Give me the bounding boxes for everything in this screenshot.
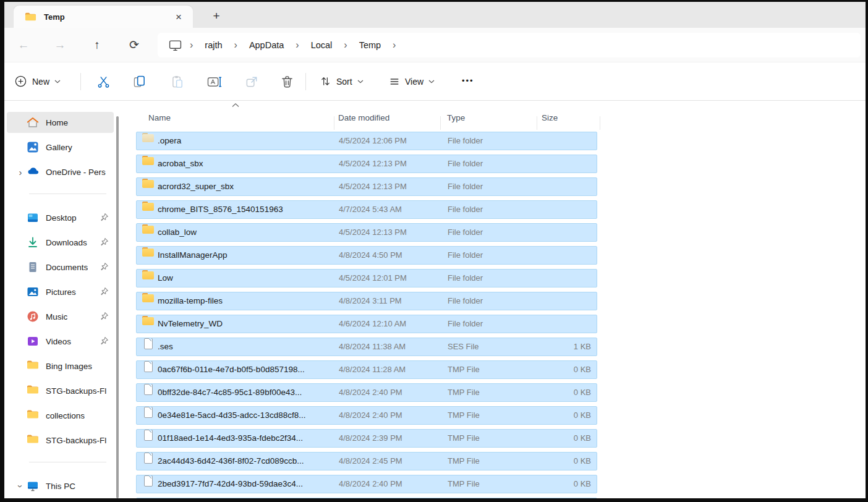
file-name: collab_low <box>158 224 336 241</box>
column-header-size[interactable]: Size <box>542 108 558 129</box>
file-icon <box>142 224 155 235</box>
file-icon <box>142 132 155 143</box>
file-icon <box>142 453 155 464</box>
file-list-pane: Name Date modified Type Size .opera 4/5/… <box>132 101 866 498</box>
tab-close-icon[interactable]: × <box>172 12 185 22</box>
file-name: 2bed3917-7fd7-42d4-93bd-59dae3c4... <box>158 475 336 493</box>
column-divider[interactable] <box>440 116 441 130</box>
sidebar-item-bing-images[interactable]: Bing Images <box>7 355 114 376</box>
file-row[interactable]: 0ac67f6b-011e-4e7d-b0f5-b0d857198... 4/8… <box>136 360 597 379</box>
file-row[interactable]: acrobat_sbx 4/5/2024 12:13 PM File folde… <box>136 155 597 173</box>
back-button[interactable]: ← <box>13 35 34 55</box>
chevron-down-icon[interactable]: › <box>16 480 25 492</box>
sort-button[interactable]: Sort <box>320 62 364 100</box>
onedrive-icon <box>27 166 39 178</box>
breadcrumb-item[interactable]: AppData <box>243 38 290 53</box>
sidebar-item-desktop[interactable]: Desktop <box>7 207 114 228</box>
sidebar-divider <box>29 462 106 462</box>
file-row[interactable]: 2bed3917-7fd7-42d4-93bd-59dae3c4... 4/8/… <box>136 475 597 493</box>
file-row[interactable]: NvTelemetry_WD 4/6/2024 12:10 AM File fo… <box>136 315 597 333</box>
navigation-bar: ← → ↑ ⟳ › rajth › AppData › <box>4 28 866 62</box>
file-row[interactable]: InstallManagerApp 4/8/2024 4:50 PM File … <box>136 246 597 265</box>
file-type: File folder <box>448 315 528 333</box>
chevron-right-icon: › <box>387 40 401 50</box>
folder-icon <box>27 409 39 422</box>
file-row[interactable]: 2ac44d43-6d42-436f-8f02-7cd089ccb... 4/8… <box>136 452 597 470</box>
column-divider[interactable] <box>334 116 334 130</box>
breadcrumb-item[interactable]: Temp <box>353 38 387 53</box>
file-row[interactable]: 0bff32de-84c7-4c85-95c1-89bf00e43... 4/8… <box>136 383 597 402</box>
sidebar-scrollbar[interactable] <box>116 116 119 498</box>
refresh-button[interactable]: ⟳ <box>124 35 145 55</box>
file-date-modified: 4/5/2024 12:13 PM <box>339 155 444 172</box>
chevron-down-icon <box>357 80 364 83</box>
sidebar-item-downloads[interactable]: Downloads <box>7 232 114 253</box>
share-button[interactable] <box>241 71 262 92</box>
column-header-type[interactable]: Type <box>447 108 465 129</box>
view-button[interactable]: View <box>389 62 435 100</box>
sidebar-item-stg-backups-2[interactable]: STG-backups-Fl <box>7 430 114 451</box>
column-header-name[interactable]: Name <box>148 108 171 129</box>
file-row[interactable]: Low 4/5/2024 12:01 PM File folder <box>136 269 597 287</box>
file-row[interactable]: 01f18aed-1e14-4ed3-935a-fdebc2f34... 4/8… <box>136 429 597 448</box>
command-toolbar: New <box>4 62 866 101</box>
file-type: File folder <box>448 155 528 172</box>
view-icon <box>389 76 400 87</box>
column-header-date-modified[interactable]: Date modified <box>338 108 389 129</box>
sidebar-item-gallery[interactable]: Gallery <box>7 137 114 158</box>
new-button[interactable]: New <box>14 62 61 100</box>
sidebar-item-videos[interactable]: Videos <box>7 331 114 352</box>
rename-button[interactable] <box>204 71 225 92</box>
sidebar-label: Home <box>46 118 68 127</box>
sidebar-item-documents[interactable]: Documents <box>7 257 114 278</box>
file-date-modified: 4/5/2024 12:13 PM <box>339 178 444 195</box>
file-size: 0 KB <box>507 361 591 378</box>
file-row[interactable]: chrome_BITS_8576_1540151963 4/7/2024 5:4… <box>136 200 597 219</box>
sidebar-item-pictures[interactable]: Pictures <box>7 281 114 302</box>
sidebar-item-collections[interactable]: collections <box>7 405 114 426</box>
file-date-modified: 4/8/2024 11:38 AM <box>339 338 444 355</box>
more-options-button[interactable]: ••• <box>462 76 474 85</box>
sort-ascending-icon <box>231 103 240 108</box>
copy-button[interactable] <box>129 71 150 92</box>
view-label: View <box>405 77 423 87</box>
file-row[interactable]: mozilla-temp-files 4/8/2024 3:11 PM File… <box>136 292 597 310</box>
breadcrumb-item[interactable]: Local <box>305 38 339 53</box>
paste-button[interactable] <box>167 71 188 92</box>
sidebar-divider <box>29 194 106 194</box>
column-divider[interactable] <box>537 116 537 130</box>
file-row[interactable]: 0e34e81e-5acd-4d35-adcc-13cd88cf8... 4/8… <box>136 406 597 425</box>
sidebar-item-onedrive[interactable]: › OneDrive - Pers <box>7 161 114 182</box>
new-tab-button[interactable]: + <box>207 8 226 24</box>
sidebar-item-home[interactable]: Home <box>7 112 114 133</box>
sidebar-item-stg-backups-1[interactable]: STG-backups-Fl <box>7 380 114 401</box>
file-icon <box>142 270 155 281</box>
file-row[interactable]: .opera 4/5/2024 12:06 PM File folder <box>136 132 597 150</box>
file-row[interactable]: acrord32_super_sbx 4/5/2024 12:13 PM Fil… <box>136 177 597 196</box>
file-name: 0bff32de-84c7-4c85-95c1-89bf00e43... <box>158 384 336 401</box>
copy-icon <box>132 75 147 89</box>
file-row[interactable]: .ses 4/8/2024 11:38 AM SES File 1 KB <box>136 338 597 356</box>
file-name: 01f18aed-1e14-4ed3-935a-fdebc2f34... <box>158 430 336 447</box>
delete-button[interactable] <box>276 71 297 92</box>
chevron-expand-icon[interactable]: › <box>14 168 27 177</box>
tab-temp[interactable]: Temp × <box>14 6 193 28</box>
file-row[interactable] <box>136 498 597 498</box>
file-type: File folder <box>448 178 528 195</box>
cut-button[interactable] <box>93 71 114 92</box>
up-button[interactable]: ↑ <box>87 35 108 55</box>
file-icon <box>142 315 155 326</box>
sidebar-item-this-pc[interactable]: › This PC <box>7 475 114 496</box>
breadcrumb-item[interactable]: rajth <box>198 38 228 53</box>
chevron-right-icon: › <box>290 40 304 50</box>
file-icon <box>142 155 155 166</box>
sidebar-item-music[interactable]: Music <box>7 306 114 327</box>
column-divider[interactable] <box>600 116 600 130</box>
toolbar-divider <box>305 73 306 90</box>
chevron-right-icon: › <box>338 40 352 50</box>
file-icon <box>142 407 155 418</box>
address-bar[interactable]: › rajth › AppData › Local › Temp <box>158 33 861 57</box>
forward-button[interactable]: → <box>49 35 70 55</box>
file-date-modified: 4/5/2024 12:06 PM <box>339 132 444 150</box>
file-row[interactable]: collab_low 4/5/2024 12:13 PM File folder <box>136 223 597 242</box>
